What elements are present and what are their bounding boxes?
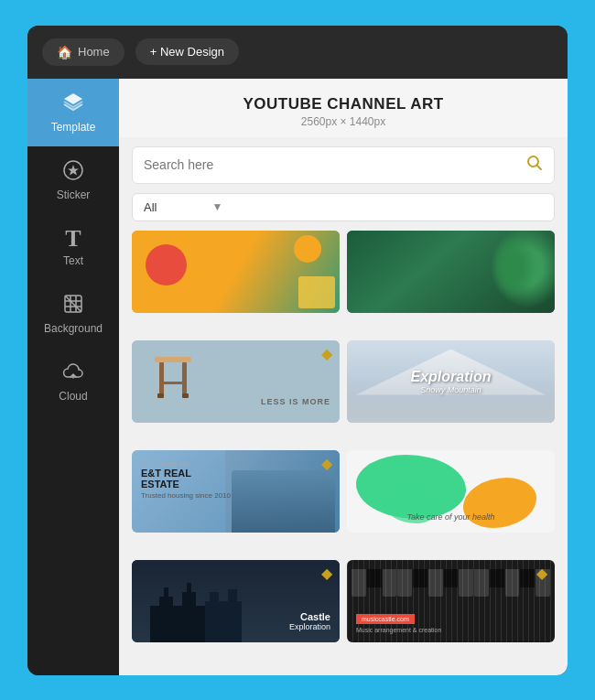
card7-main-text: Castle <box>289 611 330 622</box>
svg-rect-14 <box>182 393 189 398</box>
card3-text: LESS IS MORE <box>261 397 330 406</box>
svg-rect-9 <box>155 357 191 362</box>
template-card-4[interactable]: Exploration Snowy Mountain <box>347 340 555 423</box>
template-card-8[interactable]: ◆ <box>347 560 555 642</box>
svg-rect-22 <box>228 589 237 606</box>
cloud-icon <box>62 361 84 386</box>
background-icon <box>62 293 84 318</box>
svg-rect-10 <box>159 362 164 394</box>
svg-rect-16 <box>159 597 173 615</box>
search-button[interactable] <box>526 155 543 176</box>
filter-row: All ▼ <box>132 193 555 221</box>
panel-dimensions: 2560px × 1440px <box>134 115 553 128</box>
card5-company: E&T REAL <box>141 468 231 479</box>
search-input[interactable] <box>144 157 519 172</box>
template-card-1[interactable] <box>132 231 340 313</box>
svg-rect-21 <box>210 592 219 606</box>
svg-rect-17 <box>182 592 196 615</box>
stool-illustration <box>150 350 196 414</box>
sidebar-cloud-label: Cloud <box>59 390 87 403</box>
filter-dropdown[interactable]: All ▼ <box>132 193 555 221</box>
panel-header: YOUTUBE CHANNEL ART 2560px × 1440px <box>119 79 568 137</box>
card4-sub-text: Snowy Mountain <box>410 385 491 394</box>
new-design-label: + New Design <box>150 45 224 59</box>
bookmark-icon-5: ◆ <box>321 455 332 472</box>
chevron-down-icon: ▼ <box>211 200 222 213</box>
star-icon <box>62 159 84 185</box>
sidebar-item-text[interactable]: T Text <box>27 214 119 280</box>
svg-line-6 <box>65 296 81 312</box>
content-panel: YOUTUBE CHANNEL ART 2560px × 1440px All … <box>119 79 568 675</box>
bookmark-icon-7: ◆ <box>321 565 332 582</box>
card8-sub: Music arrangement & creation <box>356 627 441 633</box>
search-icon <box>526 155 543 171</box>
card5-phone: Call 123-456-789 <box>141 461 231 468</box>
bookmark-icon-3: ◆ <box>321 345 332 362</box>
filter-selected-value: All <box>144 200 157 214</box>
card8-badge: musiccastle.com <box>356 614 415 624</box>
templates-grid: ◆ LESS IS MORE <box>119 231 568 675</box>
svg-rect-20 <box>205 601 242 642</box>
sidebar-sticker-label: Sticker <box>57 188 91 201</box>
sidebar-item-template[interactable]: Template <box>27 79 119 146</box>
text-icon: T <box>65 227 81 251</box>
template-card-7[interactable]: ◆ Castle Explorat <box>132 560 340 642</box>
sidebar-background-label: Background <box>44 322 103 335</box>
svg-rect-15 <box>150 606 205 642</box>
top-bar: 🏠 Home + New Design <box>27 26 568 79</box>
panel-title: YOUTUBE CHANNEL ART <box>134 95 553 113</box>
template-card-2[interactable] <box>347 231 555 313</box>
card5-company2: ESTATE <box>141 479 231 490</box>
home-icon: 🏠 <box>57 45 72 59</box>
svg-rect-11 <box>182 362 187 394</box>
template-card-3[interactable]: ◆ LESS IS MORE <box>132 340 340 423</box>
svg-line-8 <box>537 165 542 169</box>
search-bar <box>132 146 555 184</box>
svg-rect-19 <box>187 583 191 592</box>
card4-main-text: Exploration <box>410 369 491 385</box>
app-window: 🏠 Home + New Design Template <box>27 26 568 675</box>
sidebar-item-sticker[interactable]: Sticker <box>27 146 119 214</box>
home-label: Home <box>78 45 110 59</box>
template-card-5[interactable]: ◆ Call 123-456-789 E&T REAL ESTATE Trust… <box>132 450 340 533</box>
template-card-6[interactable]: Take care of your health <box>347 450 555 533</box>
bookmark-icon-8: ◆ <box>536 565 547 582</box>
main-area: Template Sticker T Text <box>27 79 568 675</box>
card6-text: Take care of your health <box>406 512 494 522</box>
svg-rect-12 <box>159 382 187 384</box>
svg-rect-18 <box>164 587 168 597</box>
home-button[interactable]: 🏠 Home <box>42 38 124 66</box>
sidebar-text-label: Text <box>63 254 83 267</box>
svg-rect-13 <box>157 393 164 398</box>
sidebar-template-label: Template <box>51 121 96 134</box>
sidebar: Template Sticker T Text <box>27 79 119 675</box>
sidebar-item-background[interactable]: Background <box>27 280 119 348</box>
card5-sub: Trusted housing since 2010 <box>141 491 231 500</box>
layers-icon <box>62 92 84 117</box>
new-design-button[interactable]: + New Design <box>135 38 239 65</box>
castle-illustration <box>132 578 297 642</box>
card7-sub-text: Exploration <box>289 622 330 631</box>
sidebar-item-cloud[interactable]: Cloud <box>27 348 119 415</box>
